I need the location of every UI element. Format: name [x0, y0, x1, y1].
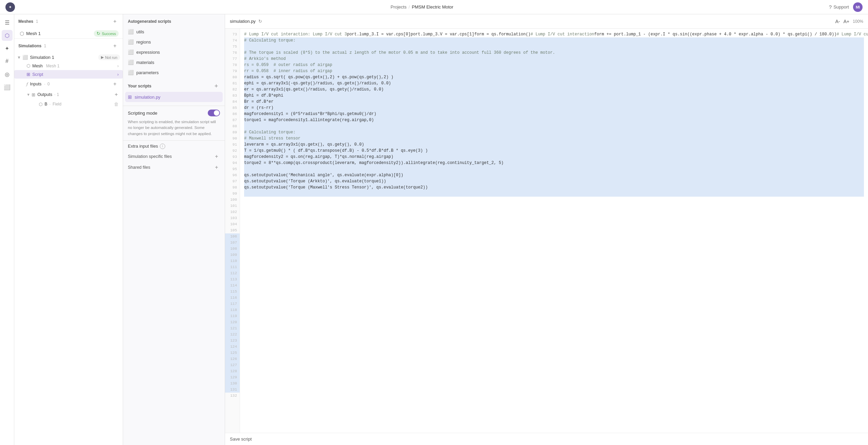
- line-numbers: 7374757677787980818283848586878889909192…: [225, 29, 240, 433]
- add-inputs-button[interactable]: +: [111, 80, 119, 88]
- simulation-specific-row[interactable]: Simulation specific files +: [128, 151, 220, 162]
- active-script-item[interactable]: ⊞ simulation.py: [125, 92, 223, 102]
- scripting-mode-toggle[interactable]: [208, 110, 220, 116]
- code-line: # Lump I/V cut interaction: Lump I/V cut…: [837, 32, 868, 37]
- support-button[interactable]: ? Support: [829, 4, 849, 10]
- script-item-parameters[interactable]: ⬜ parameters: [123, 67, 225, 78]
- topbar-left: ✦: [5, 2, 15, 12]
- main-layout: ☰ ⬡ ✦ # ◎ ⬜ Meshes 1 + ⬡ Mesh 1 ↻ Succes…: [0, 14, 868, 445]
- sidebar-physics-button[interactable]: #: [2, 56, 13, 67]
- line-number: 95: [225, 166, 240, 172]
- user-avatar[interactable]: MI: [853, 2, 863, 12]
- code-line: # Lump I/V cut interaction: Lump I/V cut…: [244, 32, 347, 37]
- mesh-sub-icon: ⬡: [27, 63, 30, 68]
- add-simulation-button[interactable]: +: [111, 42, 119, 50]
- line-number: 124: [225, 344, 240, 350]
- line-number: 91: [225, 142, 240, 148]
- add-simulation-files-button[interactable]: +: [213, 153, 220, 160]
- zoom-level: 100%: [853, 19, 863, 24]
- info-icon[interactable]: i: [160, 144, 165, 149]
- script-subitem[interactable]: ⊞ Script ›: [14, 70, 123, 79]
- support-label: Support: [833, 4, 849, 10]
- editor-area: simulation.py ↻ A- A+ 100% 7374757677787…: [225, 14, 868, 445]
- line-number: 96: [225, 172, 240, 178]
- line-number: 87: [225, 117, 240, 123]
- script-file-icon: ⬜: [128, 29, 134, 34]
- line-number: 101: [225, 203, 240, 209]
- line-number: 104: [225, 221, 240, 227]
- line-number: 130: [225, 380, 240, 386]
- add-shared-files-button[interactable]: +: [213, 164, 220, 171]
- field-delete-icon[interactable]: 🗑: [114, 101, 119, 107]
- outputs-section: ▼ ⊞ Outputs · 1 + ⬡ B · Field 🗑: [14, 89, 123, 109]
- add-outputs-button[interactable]: +: [113, 91, 120, 98]
- sidebar-geometry-button[interactable]: ✦: [2, 43, 13, 54]
- outputs-sep: ·: [54, 92, 55, 97]
- mesh-subitem[interactable]: ⬡ Mesh Mesh 1 ›: [14, 62, 123, 70]
- line-number: 81: [225, 80, 240, 86]
- script-item-expressions[interactable]: ⬜ expressions: [123, 47, 225, 57]
- line-number: 89: [225, 129, 240, 135]
- line-number: 83: [225, 93, 240, 99]
- code-line: torque1 = magforcedensity1.allintegrate(…: [244, 117, 864, 123]
- line-number: 115: [225, 289, 240, 295]
- breadcrumb-projects[interactable]: Projects: [391, 4, 407, 10]
- line-number: 84: [225, 99, 240, 105]
- sidebar-meshes-button[interactable]: ⬡: [2, 30, 13, 41]
- line-number: 90: [225, 135, 240, 142]
- refresh-icon[interactable]: ↻: [258, 19, 262, 24]
- line-number: 117: [225, 301, 240, 307]
- simulation1-row[interactable]: ▼ ⬜ Simulation 1 ▶ Not run: [14, 53, 123, 62]
- mesh-chevron: ›: [117, 64, 119, 68]
- script-item-utils[interactable]: ⬜ utils: [123, 27, 225, 37]
- code-line: torque2 = 8**qs.comp(qs.crossproduct(lev…: [244, 160, 864, 166]
- font-size-minus-button[interactable]: A-: [835, 19, 840, 24]
- sidebar-simulation-button[interactable]: ◎: [2, 69, 13, 80]
- line-number: 118: [225, 307, 240, 313]
- scripting-mode-description: When scripting is enabled, the simulatio…: [128, 119, 220, 137]
- line-number: 94: [225, 160, 240, 166]
- sidebar-menu-button[interactable]: ☰: [2, 17, 13, 28]
- sidebar-results-button[interactable]: ⬜: [2, 82, 13, 93]
- add-mesh-button[interactable]: +: [111, 18, 119, 25]
- collapse-arrow-outputs: ▼: [27, 93, 30, 97]
- inputs-count: ·: [44, 82, 45, 86]
- your-scripts-title: Your scripts: [128, 84, 151, 88]
- code-line: leverarm = qs.array3x1(qs.getx(), qs.get…: [244, 142, 864, 148]
- extra-input-section: Extra input files i Simulation specific …: [123, 141, 225, 176]
- line-number: 126: [225, 356, 240, 362]
- simulations-title: Simulations 1: [18, 44, 46, 48]
- line-number: 98: [225, 184, 240, 191]
- inputs-subitem[interactable]: 𝑓 Inputs · 0 +: [14, 79, 123, 89]
- mesh-sub-label: Mesh: [32, 64, 43, 68]
- line-number: 128: [225, 368, 240, 374]
- simulations-header: Simulations 1 +: [14, 39, 123, 53]
- script-sub-label: Script: [32, 72, 43, 77]
- line-number: 85: [225, 105, 240, 111]
- code-line: port.lump_3.I = var.cps[0]: [347, 32, 410, 37]
- simulation-specific-label: Simulation specific files: [128, 154, 172, 159]
- code-lines[interactable]: # Lump I/V cut interaction: Lump I/V cut…: [240, 29, 868, 433]
- field-item[interactable]: ⬡ B · Field 🗑: [24, 100, 123, 109]
- code-line: Br = df.B*er: [244, 99, 864, 105]
- mesh1-label: Mesh 1: [26, 31, 41, 36]
- line-number: 129: [225, 374, 240, 380]
- mesh1-item[interactable]: ⬡ Mesh 1 ↻ Success: [14, 29, 123, 38]
- editor-content[interactable]: 7374757677787980818283848586878889909192…: [225, 29, 868, 433]
- outputs-row[interactable]: ▼ ⊞ Outputs · 1 +: [24, 89, 123, 100]
- line-number: 82: [225, 86, 240, 93]
- line-number: 106: [225, 233, 240, 240]
- add-script-button[interactable]: +: [212, 82, 220, 90]
- active-script-icon: ⊞: [128, 94, 132, 100]
- line-number: 73: [225, 31, 240, 37]
- script-item-regions[interactable]: ⬜ regions: [123, 37, 225, 47]
- inputs-icon: 𝑓: [27, 81, 28, 87]
- shared-files-row[interactable]: Shared files +: [128, 162, 220, 173]
- save-script-button[interactable]: Save script: [230, 436, 252, 442]
- line-number: 88: [225, 123, 240, 129]
- code-line: port.lump_3.V = var.cps[1]: [411, 32, 474, 37]
- script-item-materials[interactable]: ⬜ materials: [123, 57, 225, 67]
- line-number: 122: [225, 331, 240, 337]
- code-line: rs = 0.059 # outer radius of airgap: [244, 62, 864, 68]
- font-size-plus-button[interactable]: A+: [844, 19, 850, 24]
